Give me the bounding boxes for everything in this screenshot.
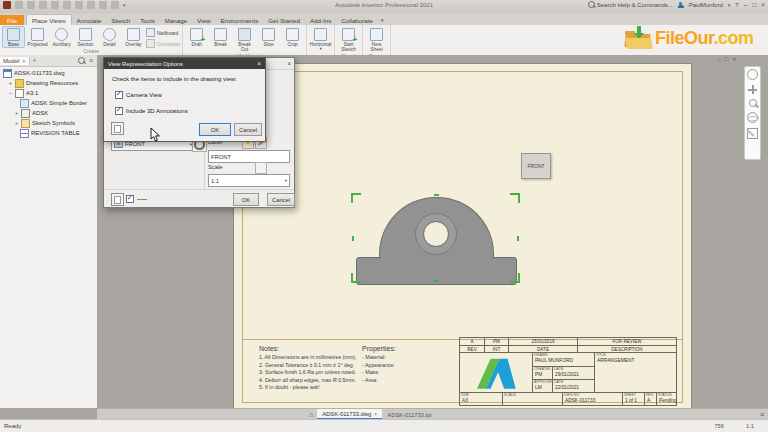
title-cell: TITLEARRANGEMENT <box>594 352 676 392</box>
note-line: 2. General Tolerance ± 0.1 mm ± 1° deg. <box>259 362 356 370</box>
notes-block: Notes: 1. All Dimensions are in millimet… <box>259 345 356 392</box>
tree-item-drawing-resources[interactable]: +Drawing Resources <box>0 78 97 88</box>
section-view-button[interactable]: Section <box>74 26 97 48</box>
ribbon-options-chevron-icon[interactable]: ▾ <box>378 15 387 25</box>
tab-annotate[interactable]: Annotate <box>72 15 107 25</box>
ribbon-group-sketch: Start Sketch Sketch <box>335 25 363 55</box>
view-rep-dialog-titlebar[interactable]: View Representation Options × <box>104 58 265 69</box>
new-sheet-button[interactable]: New Sheet <box>365 26 388 53</box>
tree-item-simple-border[interactable]: ADSK Simple Border <box>0 98 97 108</box>
minimize-button[interactable]: – <box>744 1 748 8</box>
horizontal-button[interactable]: Horizontal▾ <box>309 26 332 52</box>
look-at-icon[interactable] <box>747 128 758 139</box>
tab-view[interactable]: View <box>192 15 215 25</box>
doc-close-icon[interactable]: × <box>732 56 736 62</box>
pan-icon[interactable] <box>748 85 757 94</box>
expander-icon[interactable]: + <box>14 120 19 126</box>
overlay-view-button[interactable]: Overlay <box>122 26 145 48</box>
drawing-sheet[interactable]: FRONT Notes: 1. All Dimensions are in mi… <box>233 63 692 410</box>
browser-tree: ADSK-011733.dwg +Drawing Resources −A3:1… <box>0 68 97 138</box>
doc-tab-close-icon[interactable]: × <box>374 411 377 417</box>
tree-item-adsk[interactable]: +ADSK <box>0 108 97 118</box>
ok-button[interactable]: OK <box>199 123 231 136</box>
tab-get-started[interactable]: Get Started <box>263 15 305 25</box>
nailboard-icon <box>146 28 155 37</box>
note-line: 1. All Dimensions are in millimetres (mm… <box>259 354 356 362</box>
title-block-icon <box>21 109 30 118</box>
tab-environments[interactable]: Environments <box>215 15 263 25</box>
nailboard-button[interactable]: Nailboard <box>146 28 180 37</box>
tab-place-views[interactable]: Place Views <box>26 14 72 25</box>
browser-search-icon[interactable] <box>78 57 85 64</box>
drawing-view-close-icon[interactable]: × <box>287 60 291 67</box>
search-placeholder: Search Help & Commands... <box>597 2 673 8</box>
expander-icon[interactable]: + <box>8 80 13 86</box>
view-label-tag[interactable]: FRONT <box>521 153 551 179</box>
maximize-button[interactable]: □ <box>752 1 756 8</box>
crop-button[interactable]: Crop <box>281 26 304 48</box>
scale-dropdown[interactable]: 1:1 ▾ <box>208 174 290 187</box>
user-menu-chevron-icon[interactable]: ▾ <box>728 2 731 8</box>
include-3d-annotations-checkbox[interactable]: ✓ Include 3D Annotations <box>115 107 188 115</box>
draft-button[interactable]: Draft <box>185 26 208 48</box>
break-button[interactable]: Break <box>209 26 232 48</box>
tab-file[interactable]: File <box>0 15 24 25</box>
doc-restore-icon[interactable]: □ <box>725 56 729 62</box>
horizontal-dropdown-icon[interactable]: ▾ <box>319 47 321 51</box>
cancel-button[interactable]: Cancel <box>234 123 262 136</box>
tree-item-revision-table[interactable]: REVISION TABLE <box>0 128 97 138</box>
tab-tools[interactable]: Tools <box>135 15 159 25</box>
revision-table-icon <box>20 129 29 138</box>
browser-tab-close-icon[interactable]: × <box>22 58 25 64</box>
watermark-name: FileOur <box>655 28 714 48</box>
dwg-no-cell: DWG NOADSK-011733 <box>562 392 622 405</box>
status-ready-text: Ready <box>4 423 21 429</box>
auxiliary-view-button[interactable]: Auxiliary <box>50 26 73 48</box>
close-button[interactable]: × <box>761 1 765 8</box>
tree-item-sketch-symbols[interactable]: +Sketch Symbols <box>0 118 97 128</box>
dialog-close-icon[interactable]: × <box>257 60 265 67</box>
scale-toggle-button[interactable] <box>255 162 267 174</box>
browser-tab-model[interactable]: Model× <box>0 57 30 65</box>
detail-view-button[interactable]: Detail <box>98 26 121 48</box>
description-value-cell: FOR REVIEW <box>577 338 676 345</box>
tree-item-drawing-file[interactable]: ADSK-011733.dwg <box>0 68 97 78</box>
sheet-no-cell: SHEET1 of 1 <box>622 392 644 405</box>
autodesk-logo-cell <box>460 352 532 392</box>
signed-in-user[interactable]: PaulMunford <box>689 2 723 8</box>
browser-menu-icon[interactable]: ≡ <box>89 57 93 64</box>
help-menu[interactable]: ? <box>735 2 738 8</box>
doc-minimize-icon[interactable]: – <box>718 56 721 62</box>
tab-add-ins[interactable]: Add-Ins <box>305 15 336 25</box>
start-sketch-button[interactable]: Start Sketch <box>337 26 360 53</box>
slice-button[interactable]: Slice <box>257 26 280 48</box>
rev-cell: REVA <box>644 392 656 405</box>
rev-value-cell: A <box>460 338 484 345</box>
tab-collaborate[interactable]: Collaborate <box>336 15 378 25</box>
drawing-view-help-button[interactable] <box>111 193 124 206</box>
app-window: ▾ Autodesk Inventor Professional 2021 Se… <box>0 0 768 432</box>
dialog-help-button[interactable] <box>111 122 124 135</box>
orbit-icon[interactable] <box>747 112 758 123</box>
label-input[interactable]: FRONT <box>208 150 290 163</box>
help-search[interactable]: Search Help & Commands... <box>588 1 673 8</box>
navigation-wheel-icon[interactable] <box>747 69 758 80</box>
tree-item-sheet-a3[interactable]: −A3:1 <box>0 88 97 98</box>
base-view-button[interactable]: Base <box>2 26 25 48</box>
raster-view-checkbox[interactable]: ✓ <box>126 195 134 203</box>
drawing-view-cancel-button[interactable]: Cancel <box>267 193 295 206</box>
view-selection-box[interactable] <box>353 195 518 281</box>
browser-add-tab-icon[interactable]: + <box>30 57 40 64</box>
tab-manage[interactable]: Manage <box>160 15 192 25</box>
expander-icon[interactable]: − <box>8 90 13 96</box>
projected-view-button[interactable]: Projected <box>26 26 49 48</box>
int-value-cell: PM <box>484 338 508 345</box>
ribbon-group-label-create[interactable]: Create <box>2 48 180 55</box>
camera-view-checkbox[interactable]: ✓ Camera View <box>115 91 162 99</box>
zoom-icon[interactable] <box>749 99 757 107</box>
expander-icon[interactable]: + <box>14 110 19 116</box>
raster-view-icon <box>136 194 149 202</box>
drawing-view-ok-button[interactable]: OK <box>233 193 259 206</box>
tab-sketch[interactable]: Sketch <box>106 15 135 25</box>
break-out-button[interactable]: Break Out <box>233 26 256 53</box>
